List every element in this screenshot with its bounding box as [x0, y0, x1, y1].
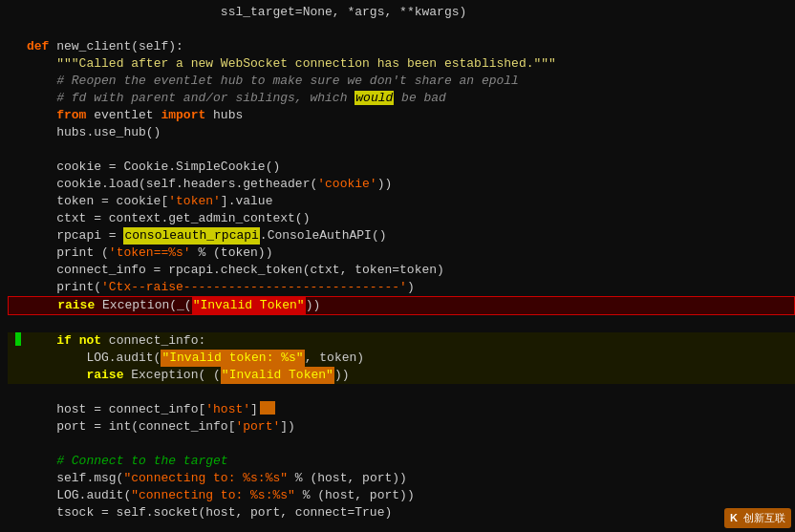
- code-line: hubs.use_hub(): [8, 124, 795, 141]
- code-line: port = int(connect_info['port']): [8, 418, 795, 436]
- code-line: LOG.audit("connecting to: %s:%s" % (host…: [8, 487, 795, 504]
- code-line: # Reopen the eventlet hub to make sure w…: [8, 73, 795, 90]
- code-line: ctxt = context.get_admin_context(): [8, 210, 795, 227]
- code-line: [8, 436, 795, 453]
- code-line: cookie = Cookie.SimpleCookie(): [8, 159, 795, 176]
- code-line: tsock = self.socket(host, port, connect=…: [8, 504, 795, 521]
- code-line: print('Ctx--raise-----------------------…: [8, 279, 795, 296]
- code-line: [8, 521, 795, 532]
- code-line: connect_info = rpcapi.check_token(ctxt, …: [8, 262, 795, 279]
- code-line-if: if not connect_info:: [8, 332, 795, 350]
- code-line: print ('token==%s' % (token)): [8, 245, 795, 262]
- code-line: from eventlet import hubs: [8, 107, 795, 124]
- green-marker-icon: [15, 332, 21, 346]
- code-line: cookie.load(self.headers.getheader('cook…: [8, 176, 795, 193]
- code-line-raise-red: raise Exception(_("Invalid Token")): [8, 296, 795, 315]
- code-line: rpcapi = consoleauth_rpcapi.ConsoleAuthA…: [8, 227, 795, 245]
- code-line-log: LOG.audit("Invalid token: %s", token): [8, 350, 795, 367]
- code-line: """Called after a new WebSocket connecti…: [8, 55, 795, 73]
- code-line: [8, 141, 795, 159]
- code-line: [8, 21, 795, 38]
- code-line: ssl_target=None, *args, **kwargs): [8, 4, 795, 21]
- watermark-text: 创新互联: [743, 512, 785, 523]
- code-line: [8, 384, 795, 401]
- watermark: K 创新互联: [724, 508, 791, 528]
- code-line: [8, 315, 795, 332]
- code-line: # fd with parent and/or siblings, which …: [8, 90, 795, 107]
- code-container: ssl_target=None, *args, **kwargs) def ne…: [0, 0, 795, 532]
- code-line: self.msg("connecting to: %s:%s" % (host,…: [8, 470, 795, 487]
- code-line: def new_client(self):: [8, 38, 795, 55]
- orange-square-icon: [260, 401, 275, 415]
- code-line-raise-if: raise Exception( ("Invalid Token")): [8, 367, 795, 384]
- code-line: token = cookie['token'].value: [8, 193, 795, 210]
- code-line: host = connect_info['host']: [8, 401, 795, 418]
- code-line: # Connect to the target: [8, 453, 795, 470]
- code-area: ssl_target=None, *args, **kwargs) def ne…: [0, 0, 795, 532]
- watermark-icon: K: [730, 512, 738, 523]
